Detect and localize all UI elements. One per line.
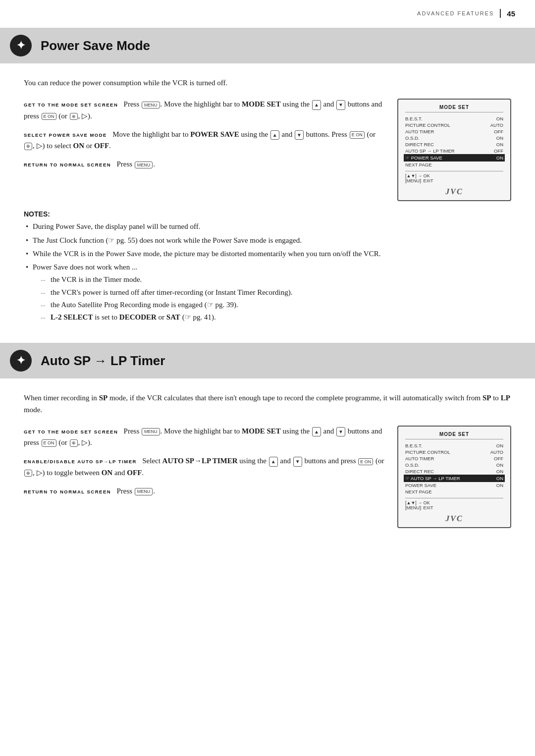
note-sub-text-3: the Auto Satellite Prog Recording mode i… — [51, 301, 238, 309]
mode-row-autolp: AUTO SP → LP TIMER OFF — [405, 148, 503, 154]
section1-mode-set-box: MODE SET B.E.S.T. ON PICTURE CONTROL AUT… — [397, 99, 511, 201]
mode-set-footer-2: [▲▼] → OK [MENU]: EXIT — [405, 498, 503, 510]
up-arrow-icon: ▲ — [312, 100, 321, 110]
mode2-row-autolp-value: ON — [496, 476, 503, 481]
mode-row-osd-label: O.S.D. — [405, 135, 420, 141]
note-item-1: During Power Save, the display panel wil… — [24, 221, 511, 232]
mode2-footer-line1: [▲▼] → OK — [405, 500, 503, 505]
mode2-row-autolp: ☞ AUTO SP → LP TIMER ON — [404, 475, 505, 482]
mode2-row-osd-label: O.S.D. — [405, 462, 420, 468]
up-arrow-icon2: ▲ — [270, 130, 279, 140]
note-item-4: Power Save does not work when ... the VC… — [24, 262, 511, 323]
section2-star-badge: ✦ — [10, 350, 32, 372]
mode2-row-powersave: POWER SAVE ON — [405, 482, 503, 488]
mode-footer-line2: [MENU]: EXIT — [405, 178, 503, 183]
section1-step1-label: GET TO THE MODE SET SCREEN — [24, 102, 118, 108]
section1-title: Power Save Mode — [41, 38, 150, 54]
mode2-row-best: B.E.S.T. ON — [405, 442, 503, 449]
section1-notes: NOTES: During Power Save, the display pa… — [24, 210, 511, 323]
mode-set-display-2: MODE SET B.E.S.T. ON PICTURE CONTROL AUT… — [397, 426, 511, 528]
mode2-row-nextpage: NEXT PAGE — [405, 488, 503, 495]
mode-row-picture-label: PICTURE CONTROL — [405, 122, 450, 128]
note-text-3: While the VCR is in the Power Save mode,… — [33, 250, 380, 258]
mode-row-autolp-value: OFF — [494, 148, 503, 154]
menu-button-s2c: MENU — [135, 488, 153, 495]
mode2-row-powersave-value: ON — [496, 483, 503, 488]
mode2-row-timer-value: OFF — [494, 456, 503, 461]
down-arrow-icon2: ▼ — [295, 130, 304, 140]
section2-intro-block: When timer recording in SP mode, if the … — [24, 378, 511, 528]
section2-step1: GET TO THE MODE SET SCREEN Press MENU. M… — [24, 426, 385, 449]
mode2-row-picture-label: PICTURE CONTROL — [405, 449, 450, 455]
mode-row-direct-value: ON — [496, 142, 503, 147]
note-sub-1: the VCR is in the Timer mode. — [42, 274, 511, 285]
section2-step3-label: RETURN TO NORMAL SCREEN — [24, 489, 111, 494]
note-sub-3: the Auto Satellite Prog Recording mode i… — [42, 299, 511, 311]
mode-set-footer: [▲▼] → OK [MENU]: EXIT — [405, 171, 503, 183]
star-icon: ✦ — [16, 39, 25, 52]
note-sub-2: the VCR's power is turned off after time… — [42, 287, 511, 298]
mode-row-powersave-value: ON — [496, 155, 503, 161]
plus-button-s2: ⊕ — [70, 439, 78, 447]
mode-row-timer-label: AUTO TIMER — [405, 129, 434, 134]
mode2-row-powersave-label: POWER SAVE — [405, 483, 436, 488]
section2: ✦ Auto SP → LP Timer When timer recordin… — [0, 343, 535, 528]
note-sub-text-1: the VCR is in the Timer mode. — [51, 275, 142, 283]
mode-row-best: B.E.S.T. ON — [405, 115, 503, 122]
mode2-row-autolp-label: ☞ AUTO SP → LP TIMER — [405, 476, 460, 481]
section1-intro: You can reduce the power consumption whi… — [24, 77, 511, 89]
note-sub-text-4: L-2 SELECT is set to DECODER or SAT (☞ p… — [51, 313, 216, 321]
note-sub-text-2: the VCR's power is turned off after time… — [51, 288, 292, 296]
note-text-1: During Power Save, the display panel wil… — [33, 222, 200, 230]
mode-set-title-2: MODE SET — [405, 432, 503, 439]
eon-button-icon: E ON — [42, 113, 56, 120]
section2-step1-label: GET TO THE MODE SET SCREEN — [24, 429, 118, 434]
mode-row-best-label: B.E.S.T. — [405, 116, 422, 121]
mode-row-best-value: ON — [496, 116, 503, 121]
plus-button-s2b: ⊕ — [24, 470, 32, 477]
header-divider — [500, 9, 501, 18]
mode-row-timer-value: OFF — [494, 129, 503, 134]
section2-two-col: GET TO THE MODE SET SCREEN Press MENU. M… — [24, 426, 511, 528]
mode-row-picture: PICTURE CONTROL AUTO — [405, 122, 503, 128]
note-sub-4: L-2 SELECT is set to DECODER or SAT (☞ p… — [42, 312, 511, 323]
note-sub-list: the VCR is in the Timer mode. the VCR's … — [42, 274, 511, 323]
up-arrow-s2: ▲ — [312, 427, 321, 437]
mode-footer-line1: [▲▼] → OK — [405, 173, 503, 178]
mode-row-osd: O.S.D. ON — [405, 135, 503, 141]
section1-content: You can reduce the power consumption whi… — [0, 63, 535, 323]
notes-title: NOTES: — [24, 210, 511, 218]
up-arrow-s2b: ▲ — [269, 457, 278, 467]
star-icon-2: ✦ — [16, 354, 25, 367]
mode-row-direct: DIRECT REC ON — [405, 141, 503, 148]
mode2-row-picture-value: AUTO — [490, 449, 503, 455]
section1-step2-label: SELECT POWER SAVE MODE — [24, 132, 107, 138]
section1-step1: GET TO THE MODE SET SCREEN Press MENU. M… — [24, 99, 385, 122]
mode-row-picture-value: AUTO — [490, 122, 503, 128]
plus-button-icon2: ⊕ — [24, 143, 32, 150]
note-item-2: The Just Clock function (☞ pg. 55) does … — [24, 235, 511, 246]
mode2-row-direct: DIRECT REC ON — [405, 468, 503, 475]
down-arrow-s2: ▼ — [336, 427, 345, 437]
section2-title: Auto SP → LP Timer — [41, 353, 165, 369]
note-text-2: The Just Clock function (☞ pg. 55) does … — [33, 236, 302, 244]
mode2-row-best-label: B.E.S.T. — [405, 443, 422, 448]
mode-row-powersave-label: ☞ POWER SAVE — [405, 155, 442, 161]
mode2-row-nextpage-label: NEXT PAGE — [405, 489, 432, 494]
section1-header-band: ✦ Power Save Mode — [0, 28, 535, 63]
jvc-logo-2: JVC — [405, 514, 503, 523]
section2-step2: ENABLE/DISABLE AUTO SP→LP TIMER Select A… — [24, 455, 385, 479]
down-arrow-s2b: ▼ — [293, 457, 302, 467]
mode2-footer-line2: [MENU]: EXIT — [405, 505, 503, 510]
note-text-4: Power Save does not work when ... — [33, 263, 137, 271]
mode-row-osd-value: ON — [496, 135, 503, 141]
section1-step2: SELECT POWER SAVE MODE Move the highligh… — [24, 129, 385, 152]
mode-row-timer: AUTO TIMER OFF — [405, 128, 503, 135]
mode2-row-best-value: ON — [496, 443, 503, 448]
mode2-row-osd: O.S.D. ON — [405, 462, 503, 468]
eon-button-s2: E ON — [42, 439, 56, 447]
section2-step3: RETURN TO NORMAL SCREEN Press MENU. — [24, 486, 385, 497]
mode2-row-direct-value: ON — [496, 469, 503, 474]
mode-row-autolp-label: AUTO SP → LP TIMER — [405, 148, 455, 154]
mode-row-nextpage: NEXT PAGE — [405, 162, 503, 168]
